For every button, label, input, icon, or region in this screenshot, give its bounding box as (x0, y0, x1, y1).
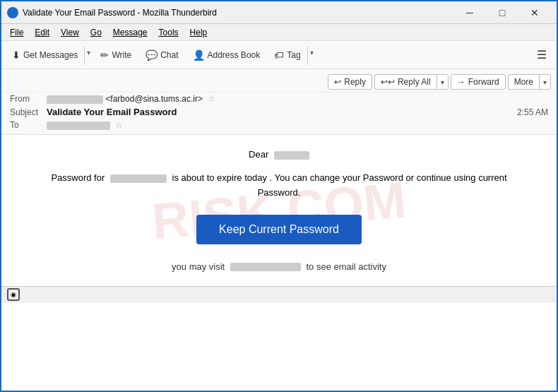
from-email: <farbod@sina.tums.ac.ir> (105, 94, 203, 104)
from-value: <farbod@sina.tums.ac.ir> ☆ (47, 94, 548, 104)
menu-go[interactable]: Go (85, 26, 107, 39)
chat-button[interactable]: 💬 Chat (139, 46, 184, 64)
link-blurred (230, 263, 301, 271)
menu-tools[interactable]: Tools (153, 26, 184, 39)
forward-button[interactable]: → Forward (451, 74, 506, 90)
to-value: ☆ (47, 120, 548, 130)
from-row: From <farbod@sina.tums.ac.ir> ☆ (1, 93, 557, 105)
to-star-icon[interactable]: ☆ (115, 120, 123, 130)
minimize-button[interactable]: ─ (453, 1, 486, 24)
more-button[interactable]: More (508, 74, 539, 90)
chat-icon: 💬 (146, 49, 158, 61)
email-action-bar: ↩ Reply ↩↩ Reply All ▾ → Forward More ▾ (1, 72, 557, 93)
email-greeting: Dear (30, 149, 528, 160)
reply-icon: ↩ (334, 77, 341, 87)
get-messages-dropdown[interactable]: ▾ (84, 46, 93, 64)
hamburger-menu-button[interactable]: ☰ (531, 45, 552, 64)
reply-all-icon: ↩↩ (381, 77, 395, 87)
get-messages-icon: ⬇ (12, 49, 20, 61)
more-split-button: More ▾ (508, 74, 551, 90)
tag-dropdown[interactable]: ▾ (307, 46, 316, 64)
app-icon (7, 7, 18, 18)
get-messages-button[interactable]: ⬇ Get Messages (6, 46, 84, 64)
window-controls: ─ □ ✕ (453, 1, 551, 24)
email-time: 2:55 AM (517, 107, 548, 117)
to-name-blurred (47, 121, 110, 130)
menu-help[interactable]: Help (184, 26, 213, 39)
star-icon[interactable]: ☆ (208, 94, 215, 104)
subject-label: Subject (10, 107, 47, 117)
address-book-icon: 👤 (193, 49, 205, 61)
write-icon: ✏ (100, 49, 109, 61)
subject-value: Validate Your Email Password (47, 107, 517, 117)
toolbar: ⬇ Get Messages ▾ ✏ Write 💬 Chat 👤 Addres… (1, 41, 557, 69)
tag-button[interactable]: 🏷 Tag (268, 46, 307, 64)
menu-bar: File Edit View Go Message Tools Help (1, 24, 557, 41)
more-dropdown[interactable]: ▾ (539, 74, 551, 90)
status-indicator: ◉ (7, 288, 20, 301)
write-button[interactable]: ✏ Write (94, 46, 138, 64)
reply-button[interactable]: ↩ Reply (328, 74, 372, 90)
menu-file[interactable]: File (4, 26, 29, 39)
email-body-wrapper: RISK.COM Dear Password for is about to e… (1, 135, 557, 286)
from-label: From (10, 94, 47, 104)
from-name-blurred (47, 95, 103, 104)
reply-all-split-button: ↩↩ Reply All ▾ (374, 74, 449, 90)
close-button[interactable]: ✕ (518, 1, 551, 24)
reply-all-dropdown[interactable]: ▾ (437, 74, 449, 90)
menu-message[interactable]: Message (107, 26, 153, 39)
status-bar: ◉ (1, 286, 557, 303)
tag-icon: 🏷 (274, 49, 284, 61)
recipient-name-blurred (274, 151, 309, 160)
address-book-button[interactable]: 👤 Address Book (186, 46, 267, 64)
menu-edit[interactable]: Edit (29, 26, 55, 39)
email-content: Dear Password for is about to expire tod… (30, 149, 528, 272)
keep-password-button[interactable]: Keep Current Password (196, 215, 362, 244)
maximize-button[interactable]: □ (486, 1, 518, 24)
window-title: Validate Your Email Password - Mozilla T… (23, 8, 453, 18)
forward-icon: → (457, 77, 465, 87)
email-header: ↩ Reply ↩↩ Reply All ▾ → Forward More ▾ … (1, 69, 557, 135)
reply-all-button[interactable]: ↩↩ Reply All (374, 74, 437, 90)
account-blurred (110, 174, 167, 183)
footer-text: you may visit to see email activity (30, 261, 528, 272)
to-row: To ☆ (1, 119, 557, 131)
email-body-text: Password for is about to expire today . … (30, 171, 528, 201)
menu-view[interactable]: View (55, 26, 85, 39)
title-bar: Validate Your Email Password - Mozilla T… (1, 1, 557, 24)
to-label: To (10, 120, 47, 130)
subject-row: Subject Validate Your Email Password 2:5… (1, 105, 557, 119)
email-body: RISK.COM Dear Password for is about to e… (1, 135, 557, 286)
